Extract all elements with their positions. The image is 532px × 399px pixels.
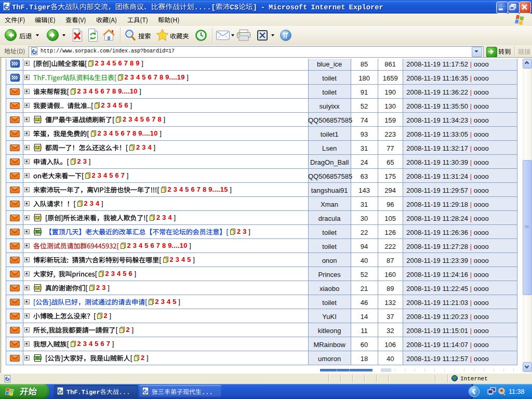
svg-text:JPG: JPG	[34, 216, 41, 219]
svg-text:JPG: JPG	[34, 118, 41, 121]
svg-text:JPG: JPG	[34, 146, 41, 149]
svg-text:GIF: GIF	[34, 230, 42, 233]
svg-text:JPG: JPG	[34, 286, 41, 289]
svg-text:GIF: GIF	[34, 356, 42, 360]
